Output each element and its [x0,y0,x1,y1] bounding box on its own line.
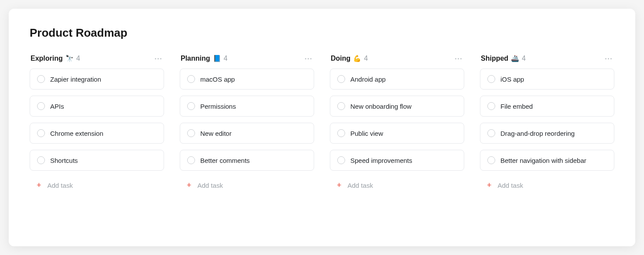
plus-icon: + [187,181,192,189]
task-title: Public view [350,130,383,137]
flex-icon: 💪 [353,55,361,62]
task-title: Shortcuts [50,157,78,164]
column-exploring: Exploring 🔭 4 Zapier integration API [30,55,164,189]
task-card[interactable]: Better navigation with sidebar [480,150,614,171]
column-more-button[interactable] [303,56,313,61]
task-card[interactable]: New editor [180,123,314,144]
column-count: 4 [522,55,526,62]
ship-icon: 🚢 [511,55,519,62]
task-checkbox[interactable] [187,129,195,137]
task-title: New editor [200,130,232,137]
task-checkbox[interactable] [187,156,195,164]
task-card[interactable]: iOS app [480,69,614,90]
task-card[interactable]: Drag-and-drop reordering [480,123,614,144]
task-card[interactable]: Better comments [180,150,314,171]
more-icon [460,58,462,59]
task-list: Android app New onboarding flow Public v… [330,69,464,171]
task-card[interactable]: APIs [30,96,164,117]
add-task-button[interactable]: + Add task [330,176,464,189]
more-icon [305,58,306,59]
task-title: APIs [50,103,64,110]
plus-icon: + [337,181,342,189]
telescope-icon: 🔭 [65,55,74,62]
column-more-button[interactable] [453,56,463,61]
more-icon [610,58,612,59]
task-card[interactable]: New onboarding flow [330,96,464,117]
add-task-label: Add task [498,182,523,189]
column-count: 4 [364,55,368,62]
column-title-group: Exploring 🔭 4 [31,55,80,62]
column-title: Planning [181,55,210,62]
task-title: Permissions [200,103,236,110]
column-more-button[interactable] [153,56,163,61]
task-list: macOS app Permissions New editor Better … [180,69,314,171]
task-title: Android app [350,76,386,83]
task-checkbox[interactable] [37,129,45,137]
task-checkbox[interactable] [337,102,345,110]
task-card[interactable]: Android app [330,69,464,90]
task-title: Drag-and-drop reordering [500,130,575,137]
task-checkbox[interactable] [337,156,345,164]
more-icon [158,58,159,59]
task-title: macOS app [200,76,235,83]
task-card[interactable]: Speed improvements [330,150,464,171]
task-checkbox[interactable] [337,129,345,137]
page-title: Product Roadmap [30,26,614,40]
task-title: Better comments [200,157,250,164]
add-task-label: Add task [48,182,73,189]
roadmap-board: Product Roadmap Exploring 🔭 4 Zapi [9,9,635,246]
column-planning: Planning 📘 4 macOS app Permissions [180,55,314,189]
task-list: iOS app File embed Drag-and-drop reorder… [480,69,614,171]
column-title: Exploring [31,55,63,62]
column-count: 4 [224,55,228,62]
book-icon: 📘 [213,55,221,62]
column-doing: Doing 💪 4 Android app New onboarding [330,55,464,189]
column-shipped: Shipped 🚢 4 iOS app File embed [480,55,614,189]
task-checkbox[interactable] [487,102,495,110]
task-checkbox[interactable] [37,75,45,83]
task-title: File embed [500,103,533,110]
task-title: iOS app [500,76,524,83]
add-task-button[interactable]: + Add task [30,176,164,189]
task-checkbox[interactable] [37,102,45,110]
task-title: Speed improvements [350,157,412,164]
column-title: Shipped [481,55,508,62]
task-checkbox[interactable] [487,129,495,137]
more-icon [455,58,456,59]
plus-icon: + [37,181,41,189]
task-checkbox[interactable] [37,156,45,164]
task-title: Better navigation with sidebar [500,157,586,164]
column-header: Planning 📘 4 [180,55,314,62]
column-title-group: Shipped 🚢 4 [481,55,526,62]
task-checkbox[interactable] [487,156,495,164]
more-icon [155,58,156,59]
task-title: New onboarding flow [350,103,411,110]
task-card[interactable]: Shortcuts [30,150,164,171]
task-checkbox[interactable] [187,102,195,110]
add-task-button[interactable]: + Add task [480,176,614,189]
more-icon [160,58,161,59]
task-card[interactable]: Permissions [180,96,314,117]
task-card[interactable]: Public view [330,123,464,144]
more-icon [308,58,309,59]
more-icon [458,58,459,59]
plus-icon: + [487,181,492,189]
column-more-button[interactable] [603,56,613,61]
task-checkbox[interactable] [187,75,195,83]
column-title-group: Planning 📘 4 [181,55,227,62]
task-card[interactable]: macOS app [180,69,314,90]
task-checkbox[interactable] [487,75,495,83]
task-checkbox[interactable] [337,75,345,83]
add-task-button[interactable]: + Add task [180,176,314,189]
task-title: Zapier integration [50,76,101,83]
column-title-group: Doing 💪 4 [331,55,368,62]
more-icon [605,58,606,59]
task-card[interactable]: Zapier integration [30,69,164,90]
column-title: Doing [331,55,350,62]
column-header: Exploring 🔭 4 [30,55,164,62]
more-icon [608,58,609,59]
task-card[interactable]: Chrome extension [30,123,164,144]
columns-row: Exploring 🔭 4 Zapier integration API [30,55,614,189]
more-icon [310,58,312,59]
task-card[interactable]: File embed [480,96,614,117]
